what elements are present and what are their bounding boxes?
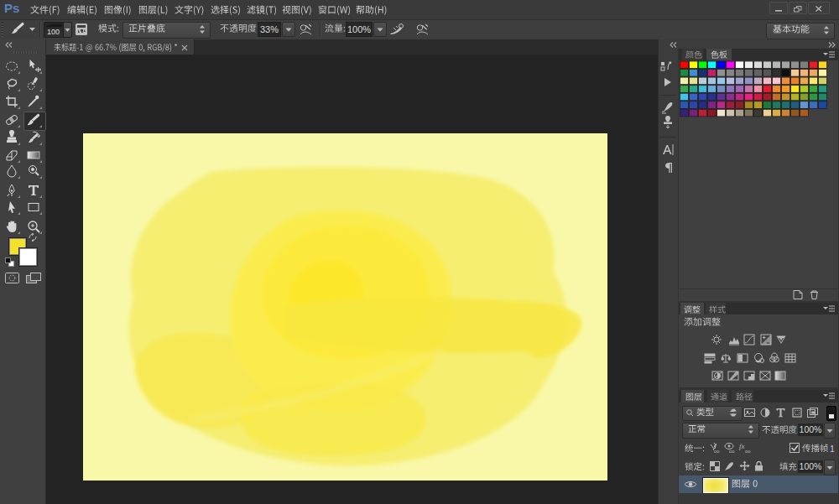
svg-text:fx: fx <box>739 442 745 450</box>
svg-text:oo: oo <box>714 449 720 454</box>
svg-text:oo: oo <box>745 449 751 454</box>
svg-text:oo: oo <box>729 449 735 454</box>
